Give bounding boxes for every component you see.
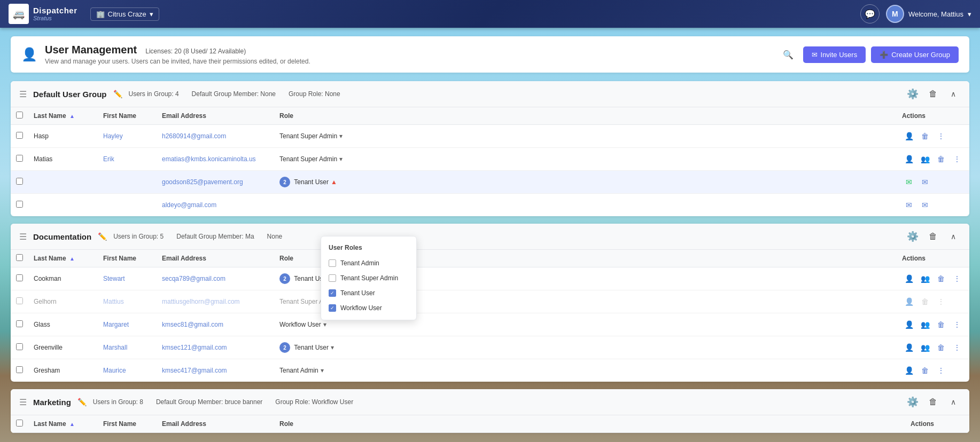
edit-group-icon[interactable]: ✏️ — [113, 90, 122, 98]
row-checkbox[interactable] — [16, 297, 23, 304]
row-checkbox[interactable] — [16, 132, 23, 139]
expand-collapse-icon[interactable]: ∧ — [946, 394, 961, 409]
edit-group-icon[interactable]: ✏️ — [77, 398, 87, 406]
more-options-icon[interactable]: ⋮ — [950, 341, 964, 354]
documentation-group-header: ☰ Documentation ✏️ Users in Group: 5 Def… — [11, 224, 969, 250]
group-icon[interactable]: 👥 — [918, 341, 932, 354]
tenant-super-admin-checkbox[interactable] — [329, 274, 336, 282]
tenant-super-admin-label: Tenant Super Admin — [340, 274, 398, 282]
user-icon[interactable]: 👤 — [902, 272, 916, 286]
configure-group-icon[interactable]: ⚙️ — [905, 394, 920, 409]
row-checkbox[interactable] — [16, 274, 23, 281]
configure-group-icon[interactable]: ⚙️ — [905, 86, 920, 101]
edit-group-icon[interactable]: ✏️ — [98, 232, 107, 241]
delete-user-icon[interactable]: 🗑 — [934, 152, 948, 166]
move-table-icon[interactable]: ☰ — [19, 232, 27, 242]
select-all-checkbox[interactable] — [16, 254, 23, 261]
group-icon[interactable]: 👥 — [918, 272, 932, 286]
user-menu[interactable]: M Welcome, Mattius ▾ — [886, 5, 971, 23]
group-icon[interactable]: 👥 — [918, 318, 932, 332]
delete-group-icon[interactable]: 🗑 — [925, 229, 940, 244]
delete-user-icon[interactable]: 🗑 — [918, 295, 932, 309]
page-title: User Management — [45, 44, 137, 56]
create-user-group-button[interactable]: ➕ Create User Group — [871, 46, 959, 63]
table-row: Greenville Marshall kmsec121@gmail.com 2… — [11, 336, 969, 359]
list-item[interactable]: Workflow User — [321, 301, 416, 315]
tenant-admin-checkbox[interactable] — [329, 259, 336, 267]
chat-icon: 💬 — [865, 9, 875, 19]
delete-group-icon[interactable]: 🗑 — [925, 86, 940, 101]
select-all-checkbox[interactable] — [16, 420, 23, 427]
delete-user-icon[interactable]: 🗑 — [934, 341, 948, 354]
more-options-icon[interactable]: ⋮ — [950, 272, 964, 286]
search-icon[interactable]: 🔍 — [779, 45, 798, 64]
configure-group-icon[interactable]: ⚙️ — [905, 229, 920, 244]
app-logo: 🚐 Dispatcher Stratus — [9, 4, 77, 24]
move-table-icon[interactable]: ☰ — [19, 397, 27, 407]
create-group-icon: ➕ — [880, 51, 888, 59]
group-icon[interactable]: 👥 — [918, 152, 932, 166]
move-table-icon[interactable]: ☰ — [19, 89, 27, 99]
table-row: Hasp Hayley h2680914@gmail.com Tenant Su… — [11, 125, 969, 148]
more-options-icon[interactable]: ⋮ — [950, 318, 964, 332]
collapse-group-icon[interactable]: ∧ — [946, 86, 961, 101]
row-checkbox[interactable] — [16, 201, 23, 208]
row-checkbox[interactable] — [16, 178, 23, 185]
role-cell: Tenant Super Admin ▾ — [274, 125, 897, 148]
envelope-icon[interactable]: ✉ — [918, 198, 932, 212]
user-icon[interactable]: 👤 — [902, 364, 916, 377]
delete-user-icon[interactable]: 🗑 — [918, 364, 932, 377]
delete-user-icon[interactable]: 🗑 — [918, 129, 932, 143]
role-selector[interactable]: Tenant Admin ▾ — [279, 367, 324, 374]
actions-cell: 👤 👥 🗑 ⋮ — [897, 148, 969, 171]
delete-user-icon[interactable]: 🗑 — [934, 318, 948, 332]
list-item[interactable]: Tenant User — [321, 286, 416, 301]
collapse-group-icon[interactable]: ∧ — [946, 229, 961, 244]
envelope-icon[interactable]: ✉ — [918, 175, 932, 189]
invite-users-button[interactable]: ✉ Invite Users — [803, 46, 866, 63]
role-badge: 2 — [279, 177, 290, 187]
last-name-cell: Cookman — [28, 267, 98, 290]
first-name-cell: Marshall — [98, 336, 157, 359]
row-checkbox[interactable] — [16, 155, 23, 162]
list-item[interactable]: Tenant Admin — [321, 256, 416, 271]
user-icon[interactable]: 👤 — [902, 152, 916, 166]
delete-group-icon[interactable]: 🗑 — [925, 394, 940, 409]
more-options-icon[interactable]: ⋮ — [934, 364, 948, 377]
user-icon[interactable]: 👤 — [902, 129, 916, 143]
role-selector[interactable]: Workflow User ▾ — [279, 321, 326, 328]
users-count: Users in Group: 8 — [93, 398, 143, 406]
list-item[interactable]: Tenant Super Admin — [321, 271, 416, 286]
row-checkbox[interactable] — [16, 366, 23, 373]
role-selector[interactable]: Tenant Super Admin ▾ — [279, 132, 343, 140]
user-icon[interactable]: 👤 — [902, 318, 916, 332]
row-checkbox[interactable] — [16, 343, 23, 350]
sort-arrow-icon[interactable]: ▲ — [69, 421, 75, 427]
role-selector[interactable]: Tenant User ▾ — [294, 344, 334, 351]
user-icon[interactable]: 👤 — [902, 295, 916, 309]
envelope-sent-icon[interactable]: ✉ — [902, 175, 916, 189]
first-name-cell: Hayley — [98, 125, 157, 148]
select-all-checkbox[interactable] — [16, 112, 23, 119]
more-options-icon[interactable]: ⋮ — [934, 295, 948, 309]
logo-stratus-text: Stratus — [33, 15, 77, 21]
table-row: Cookman Stewart secqa789@gmail.com 2 Ten… — [11, 267, 969, 290]
last-name-cell: Gresham — [28, 359, 98, 382]
workflow-user-checkbox[interactable] — [329, 304, 336, 312]
delete-user-icon[interactable]: 🗑 — [934, 272, 948, 286]
email-cell: aldeyo@gmail.com — [157, 194, 274, 217]
role-selector[interactable]: Tenant Super Admin ▾ — [279, 155, 343, 163]
more-options-icon[interactable]: ⋮ — [950, 152, 964, 166]
more-options-icon[interactable]: ⋮ — [934, 129, 948, 143]
sort-arrow-icon[interactable]: ▲ — [69, 256, 75, 262]
sort-arrow-icon[interactable]: ▲ — [69, 113, 75, 119]
role-cell: 2 Tenant User ▾ — [274, 336, 897, 359]
user-icon[interactable]: 👤 — [902, 341, 916, 354]
tenant-user-checkbox[interactable] — [329, 289, 336, 297]
role-selector[interactable]: Tenant User ▲ — [294, 178, 337, 186]
chat-button[interactable]: 💬 — [860, 4, 880, 23]
tenant-selector[interactable]: 🏢 Citrus Craze ▾ — [90, 7, 159, 21]
last-name-header: Last Name ▲ — [28, 107, 98, 125]
envelope-sent-icon[interactable]: ✉ — [902, 198, 916, 212]
row-checkbox[interactable] — [16, 320, 23, 327]
